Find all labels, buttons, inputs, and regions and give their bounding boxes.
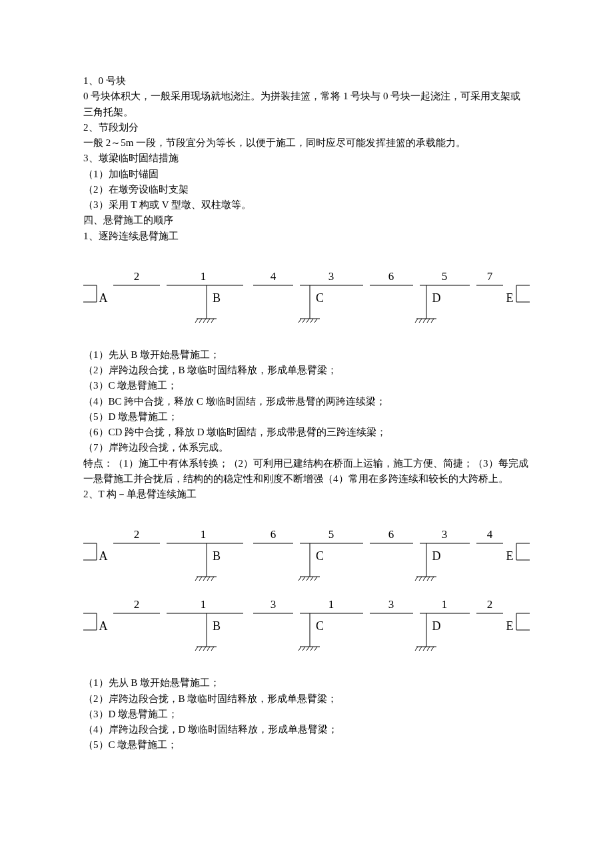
- seg-num: 4: [487, 528, 493, 541]
- seg-num: 1: [201, 598, 207, 611]
- svg-line-26: [306, 319, 309, 323]
- svg-line-93: [303, 647, 305, 651]
- body-text: 特点：（1）施工中有体系转换；（2）可利用已建结构在桥面上运输，施工方便、简捷；…: [83, 456, 530, 487]
- svg-line-23: [211, 319, 214, 323]
- pier-label: E: [506, 291, 514, 305]
- pier-label: C: [316, 619, 324, 633]
- list-item: （1）先从 B 墩开始悬臂施工；: [83, 675, 530, 691]
- seg-num: 1: [442, 598, 448, 611]
- pier-label: A: [99, 619, 108, 633]
- svg-line-54: [199, 577, 202, 581]
- svg-line-94: [306, 647, 309, 651]
- svg-line-53: [195, 577, 198, 581]
- svg-line-65: [423, 577, 426, 581]
- list-item: （6）CD 跨中合拢，释放 D 墩临时固结，形成带悬臂的三跨连续梁；: [83, 425, 530, 440]
- svg-line-91: [211, 647, 214, 651]
- seg-num: 3: [328, 270, 334, 283]
- svg-line-28: [314, 319, 317, 323]
- pier-label: C: [316, 291, 324, 305]
- seg-num: 2: [487, 598, 493, 611]
- pier-label: E: [506, 549, 514, 563]
- svg-line-66: [427, 577, 430, 581]
- seg-num: 3: [442, 528, 448, 541]
- pier-label: D: [432, 291, 441, 305]
- body-text: 0 号块体积大，一般采用现场就地浇注。为拼装挂篮，常将 1 号块与 0 号块一起…: [83, 89, 530, 120]
- bridge-diagram-1: 2 1 4 3 6 5 7 A B C D E: [83, 265, 530, 329]
- pier-label: A: [99, 291, 108, 305]
- list-item: （4）岸跨边段合拢，D 墩临时固结释放，形成单悬臂梁；: [83, 722, 530, 737]
- heading-block0: 1、0 号块: [83, 73, 530, 89]
- seg-num: 5: [328, 528, 334, 541]
- list-item: （3）采用 T 构或 V 型墩、双柱墩等。: [83, 197, 530, 213]
- seg-num: 6: [271, 528, 277, 541]
- pier-label: B: [213, 291, 221, 305]
- svg-line-99: [423, 647, 426, 651]
- list-item: （7）岸跨边段合拢，体系完成。: [83, 440, 530, 455]
- svg-line-60: [306, 577, 309, 581]
- pier-label: C: [316, 549, 324, 563]
- seg-num: 6: [388, 528, 394, 541]
- pier-label: D: [432, 619, 441, 633]
- list-item: （3）D 墩悬臂施工；: [83, 707, 530, 722]
- svg-line-22: [207, 319, 210, 323]
- bridge-diagram-2a: 2 1 6 5 6 3 4 A B C D E: [83, 523, 530, 587]
- seg-num: 4: [271, 270, 277, 283]
- svg-line-61: [310, 577, 313, 581]
- seg-num: 2: [134, 270, 140, 283]
- heading-sequence: 四、悬臂施工的顺序: [83, 213, 530, 228]
- svg-line-33: [431, 319, 434, 323]
- svg-line-92: [299, 647, 301, 651]
- seg-num: 1: [201, 528, 207, 541]
- svg-line-59: [303, 577, 305, 581]
- list-item: （2）岸跨边段合拢，B 墩临时固结释放，形成单悬臂梁；: [83, 363, 530, 378]
- seg-num: 3: [271, 598, 277, 611]
- svg-line-100: [427, 647, 430, 651]
- document-page: 1、0 号块 0 号块体积大，一般采用现场就地浇注。为拼装挂篮，常将 1 号块与…: [0, 0, 613, 868]
- list-item: （4）BC 跨中合拢，释放 C 墩临时固结，形成带悬臂的两跨连续梁；: [83, 394, 530, 409]
- list-item: （1）加临时锚固: [83, 167, 530, 182]
- svg-line-55: [203, 577, 206, 581]
- body-text: 一般 2～5m 一段，节段宜分为等长，以便于施工，同时应尽可能发挥挂篮的承载能力…: [83, 135, 530, 151]
- svg-line-97: [415, 647, 418, 651]
- svg-line-29: [415, 319, 418, 323]
- heading-segment: 2、节段划分: [83, 120, 530, 135]
- svg-line-101: [431, 647, 434, 651]
- list-item: （2）在墩旁设临时支架: [83, 182, 530, 197]
- seg-num: 2: [134, 598, 140, 611]
- svg-line-30: [419, 319, 422, 323]
- svg-line-27: [310, 319, 313, 323]
- pier-label: D: [432, 549, 441, 563]
- list-item: （5）C 墩悬臂施工；: [83, 737, 530, 753]
- seg-num: 1: [328, 598, 334, 611]
- subheading: 1、逐跨连续悬臂施工: [83, 229, 530, 244]
- pier-label: B: [213, 619, 221, 633]
- svg-line-21: [203, 319, 206, 323]
- svg-line-88: [199, 647, 202, 651]
- svg-line-57: [211, 577, 214, 581]
- svg-line-58: [299, 577, 301, 581]
- list-item: （3）C 墩悬臂施工；: [83, 378, 530, 393]
- svg-line-64: [419, 577, 422, 581]
- svg-line-62: [314, 577, 317, 581]
- subheading: 2、T 构－单悬臂连续施工: [83, 487, 530, 502]
- svg-line-90: [207, 647, 210, 651]
- svg-line-87: [195, 647, 198, 651]
- pier-label: B: [213, 549, 221, 563]
- seg-num: 5: [442, 270, 448, 283]
- heading-temp-fix: 3、墩梁临时固结措施: [83, 151, 530, 166]
- list-item: （2）岸跨边段合拢，B 墩临时固结释放，形成单悬臂梁；: [83, 691, 530, 707]
- svg-line-31: [423, 319, 426, 323]
- svg-line-19: [195, 319, 198, 323]
- pier-label: A: [99, 549, 108, 563]
- svg-line-98: [419, 647, 422, 651]
- svg-line-32: [427, 319, 430, 323]
- svg-line-24: [299, 319, 301, 323]
- svg-line-96: [314, 647, 317, 651]
- seg-num: 3: [388, 598, 394, 611]
- seg-num: 7: [487, 270, 493, 283]
- svg-line-89: [203, 647, 206, 651]
- seg-num: 6: [388, 270, 394, 283]
- seg-num: 2: [134, 528, 140, 541]
- pier-label: E: [506, 619, 514, 633]
- svg-line-56: [207, 577, 210, 581]
